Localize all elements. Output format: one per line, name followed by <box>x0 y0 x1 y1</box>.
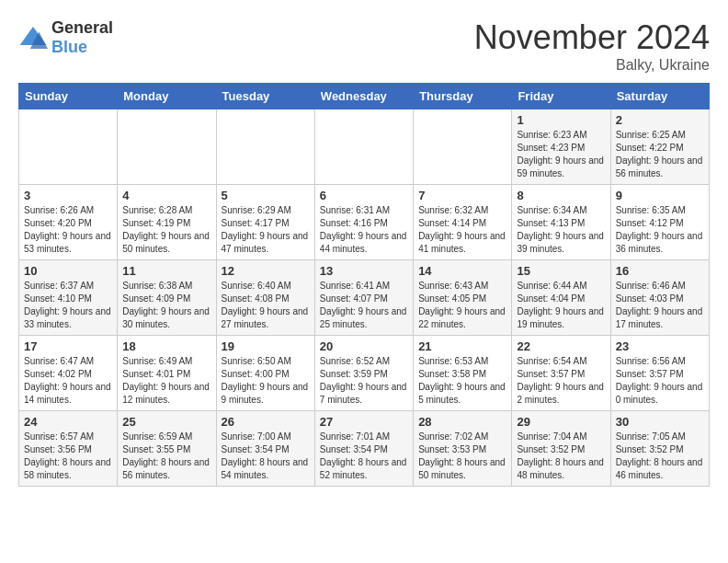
day-number: 5 <box>222 189 310 202</box>
page-header: General Blue November 2024 Balky, Ukrain… <box>18 18 710 74</box>
calendar-cell: 1Sunrise: 6:23 AM Sunset: 4:23 PM Daylig… <box>512 109 610 185</box>
calendar-cell: 4Sunrise: 6:28 AM Sunset: 4:19 PM Daylig… <box>118 185 216 260</box>
day-info: Sunrise: 6:35 AM Sunset: 4:12 PM Dayligh… <box>616 204 704 256</box>
week-row-5: 24Sunrise: 6:57 AM Sunset: 3:56 PM Dayli… <box>19 411 710 487</box>
calendar-cell: 18Sunrise: 6:49 AM Sunset: 4:01 PM Dayli… <box>118 336 216 411</box>
calendar-cell: 24Sunrise: 6:57 AM Sunset: 3:56 PM Dayli… <box>19 411 118 487</box>
calendar-cell: 8Sunrise: 6:34 AM Sunset: 4:13 PM Daylig… <box>512 185 610 260</box>
logo: General Blue <box>18 18 113 57</box>
day-number: 22 <box>517 339 605 353</box>
day-number: 9 <box>616 189 704 202</box>
week-row-2: 3Sunrise: 6:26 AM Sunset: 4:20 PM Daylig… <box>19 185 710 260</box>
calendar-cell <box>314 109 413 185</box>
calendar-cell <box>118 109 216 185</box>
day-info: Sunrise: 6:29 AM Sunset: 4:17 PM Dayligh… <box>222 204 310 256</box>
calendar-cell: 30Sunrise: 7:05 AM Sunset: 3:52 PM Dayli… <box>610 411 709 487</box>
calendar-cell <box>216 109 314 185</box>
day-info: Sunrise: 6:31 AM Sunset: 4:16 PM Dayligh… <box>320 204 408 256</box>
day-number: 26 <box>222 415 310 429</box>
header-day-wednesday: Wednesday <box>314 84 413 109</box>
day-number: 21 <box>418 339 506 353</box>
day-info: Sunrise: 6:26 AM Sunset: 4:20 PM Dayligh… <box>24 204 112 256</box>
day-number: 23 <box>616 339 704 353</box>
calendar-cell: 27Sunrise: 7:01 AM Sunset: 3:54 PM Dayli… <box>314 411 413 487</box>
day-info: Sunrise: 6:34 AM Sunset: 4:13 PM Dayligh… <box>517 204 605 256</box>
day-number: 24 <box>24 415 112 429</box>
calendar-cell: 5Sunrise: 6:29 AM Sunset: 4:17 PM Daylig… <box>216 185 314 260</box>
header-day-tuesday: Tuesday <box>216 84 314 109</box>
calendar-cell: 15Sunrise: 6:44 AM Sunset: 4:04 PM Dayli… <box>512 260 610 336</box>
calendar-cell: 19Sunrise: 6:50 AM Sunset: 4:00 PM Dayli… <box>216 336 314 411</box>
day-info: Sunrise: 7:05 AM Sunset: 3:52 PM Dayligh… <box>616 431 704 482</box>
calendar-cell: 20Sunrise: 6:52 AM Sunset: 3:59 PM Dayli… <box>314 336 413 411</box>
header-day-friday: Friday <box>512 84 610 109</box>
week-row-1: 1Sunrise: 6:23 AM Sunset: 4:23 PM Daylig… <box>19 109 710 185</box>
calendar-cell: 28Sunrise: 7:02 AM Sunset: 3:53 PM Dayli… <box>414 411 512 487</box>
calendar-cell: 6Sunrise: 6:31 AM Sunset: 4:16 PM Daylig… <box>314 185 413 260</box>
calendar-cell: 3Sunrise: 6:26 AM Sunset: 4:20 PM Daylig… <box>19 185 118 260</box>
day-info: Sunrise: 7:02 AM Sunset: 3:53 PM Dayligh… <box>418 431 506 482</box>
day-info: Sunrise: 6:28 AM Sunset: 4:19 PM Dayligh… <box>122 204 210 256</box>
day-number: 8 <box>517 189 605 202</box>
day-number: 4 <box>122 189 210 202</box>
calendar-cell: 2Sunrise: 6:25 AM Sunset: 4:22 PM Daylig… <box>610 109 709 185</box>
day-info: Sunrise: 6:40 AM Sunset: 4:08 PM Dayligh… <box>222 280 310 331</box>
week-row-4: 17Sunrise: 6:47 AM Sunset: 4:02 PM Dayli… <box>19 336 710 411</box>
day-info: Sunrise: 6:37 AM Sunset: 4:10 PM Dayligh… <box>24 280 112 331</box>
calendar-cell: 26Sunrise: 7:00 AM Sunset: 3:54 PM Dayli… <box>216 411 314 487</box>
logo-general: General <box>51 18 113 38</box>
day-number: 13 <box>320 264 408 278</box>
day-info: Sunrise: 6:47 AM Sunset: 4:02 PM Dayligh… <box>24 355 112 407</box>
day-info: Sunrise: 7:00 AM Sunset: 3:54 PM Dayligh… <box>222 431 310 482</box>
day-number: 12 <box>222 264 310 278</box>
day-info: Sunrise: 6:43 AM Sunset: 4:05 PM Dayligh… <box>418 280 506 331</box>
day-number: 29 <box>517 415 605 429</box>
day-info: Sunrise: 6:59 AM Sunset: 3:55 PM Dayligh… <box>122 431 210 482</box>
logo-icon <box>18 23 48 52</box>
calendar-table: SundayMondayTuesdayWednesdayThursdayFrid… <box>18 83 710 487</box>
day-number: 17 <box>24 339 112 353</box>
day-number: 16 <box>616 264 704 278</box>
day-number: 6 <box>320 189 408 202</box>
day-number: 11 <box>122 264 210 278</box>
month-title: November 2024 <box>474 18 710 57</box>
header-day-thursday: Thursday <box>414 84 512 109</box>
logo-blue: Blue <box>51 38 113 57</box>
day-info: Sunrise: 6:25 AM Sunset: 4:22 PM Dayligh… <box>616 129 704 180</box>
title-block: November 2024 Balky, Ukraine <box>474 18 710 74</box>
calendar-cell: 25Sunrise: 6:59 AM Sunset: 3:55 PM Dayli… <box>118 411 216 487</box>
day-info: Sunrise: 6:44 AM Sunset: 4:04 PM Dayligh… <box>517 280 605 331</box>
calendar-header: SundayMondayTuesdayWednesdayThursdayFrid… <box>19 84 710 109</box>
day-info: Sunrise: 6:56 AM Sunset: 3:57 PM Dayligh… <box>616 355 704 407</box>
header-day-sunday: Sunday <box>19 84 118 109</box>
day-number: 27 <box>320 415 408 429</box>
day-info: Sunrise: 6:38 AM Sunset: 4:09 PM Dayligh… <box>122 280 210 331</box>
week-row-3: 10Sunrise: 6:37 AM Sunset: 4:10 PM Dayli… <box>19 260 710 336</box>
day-number: 10 <box>24 264 112 278</box>
day-number: 3 <box>24 189 112 202</box>
header-row: SundayMondayTuesdayWednesdayThursdayFrid… <box>19 84 710 109</box>
day-info: Sunrise: 7:04 AM Sunset: 3:52 PM Dayligh… <box>517 431 605 482</box>
calendar-cell: 21Sunrise: 6:53 AM Sunset: 3:58 PM Dayli… <box>414 336 512 411</box>
day-info: Sunrise: 6:53 AM Sunset: 3:58 PM Dayligh… <box>418 355 506 407</box>
day-number: 14 <box>418 264 506 278</box>
day-number: 19 <box>222 339 310 353</box>
calendar-cell <box>414 109 512 185</box>
header-day-saturday: Saturday <box>610 84 709 109</box>
day-number: 25 <box>122 415 210 429</box>
calendar-body: 1Sunrise: 6:23 AM Sunset: 4:23 PM Daylig… <box>19 109 710 487</box>
calendar-cell: 16Sunrise: 6:46 AM Sunset: 4:03 PM Dayli… <box>610 260 709 336</box>
day-info: Sunrise: 6:49 AM Sunset: 4:01 PM Dayligh… <box>122 355 210 407</box>
calendar-cell: 17Sunrise: 6:47 AM Sunset: 4:02 PM Dayli… <box>19 336 118 411</box>
calendar-cell: 29Sunrise: 7:04 AM Sunset: 3:52 PM Dayli… <box>512 411 610 487</box>
day-number: 1 <box>517 113 605 127</box>
calendar-cell: 10Sunrise: 6:37 AM Sunset: 4:10 PM Dayli… <box>19 260 118 336</box>
day-info: Sunrise: 7:01 AM Sunset: 3:54 PM Dayligh… <box>320 431 408 482</box>
day-info: Sunrise: 6:41 AM Sunset: 4:07 PM Dayligh… <box>320 280 408 331</box>
calendar-cell: 23Sunrise: 6:56 AM Sunset: 3:57 PM Dayli… <box>610 336 709 411</box>
calendar-cell: 7Sunrise: 6:32 AM Sunset: 4:14 PM Daylig… <box>414 185 512 260</box>
calendar-cell: 9Sunrise: 6:35 AM Sunset: 4:12 PM Daylig… <box>610 185 709 260</box>
calendar-cell <box>19 109 118 185</box>
day-info: Sunrise: 6:52 AM Sunset: 3:59 PM Dayligh… <box>320 355 408 407</box>
logo-text: General Blue <box>51 18 113 57</box>
